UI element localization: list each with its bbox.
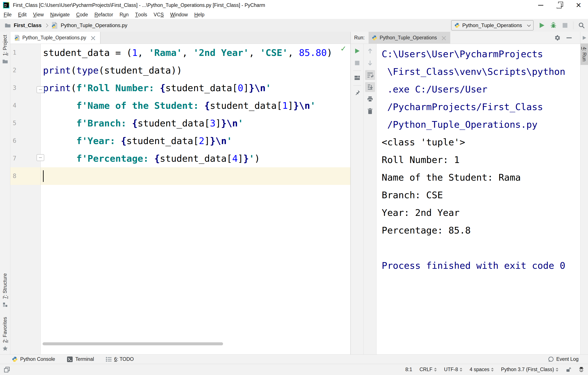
tool-window-button-project[interactable]: 1: Project xyxy=(2,35,8,64)
spinner-arrows-icon xyxy=(491,368,494,372)
tool-window-label: 2: Favorites xyxy=(2,317,8,343)
line-number[interactable]: 6 xyxy=(10,132,16,150)
run-configuration-name: Python_Tuple_Operations xyxy=(462,22,522,28)
line-number[interactable]: 7 xyxy=(10,150,16,167)
console-output[interactable]: C:\Users\User\PycharmProjects \First_Cla… xyxy=(377,44,580,354)
run-console-tab[interactable]: Python_Tuple_Operations × xyxy=(368,32,451,44)
tool-window-switcher-icon[interactable] xyxy=(4,367,10,373)
restore-button[interactable] xyxy=(550,0,569,10)
console-line: \First_Class\venv\Scripts\python xyxy=(382,63,580,80)
settings-gear-icon[interactable] xyxy=(555,35,560,41)
scroll-to-end-button[interactable] xyxy=(365,82,375,92)
write-access-lock-icon[interactable] xyxy=(566,367,571,372)
console-line: Year: 2nd Year xyxy=(382,204,580,222)
tool-window-button-todo[interactable]: 6: TODO xyxy=(106,356,134,362)
line-separator-widget[interactable]: CRLF xyxy=(420,367,437,372)
indent-style-widget[interactable]: 4 spaces xyxy=(470,367,494,372)
line-number[interactable]: 5 xyxy=(10,114,16,132)
soft-wrap-button[interactable] xyxy=(365,70,375,80)
run-tool-window: Run: Python_Tuple_Operations × xyxy=(351,32,580,354)
caret-position-widget[interactable]: 8:1 xyxy=(405,367,412,372)
restore-layout-button[interactable] xyxy=(352,73,362,83)
inspection-ok-icon[interactable]: ✓ xyxy=(340,44,347,53)
code-line[interactable]: f'Name of the Student: {student_data[1]}… xyxy=(43,97,350,114)
file-encoding: UTF-8 xyxy=(444,367,458,372)
line-number[interactable]: 2 xyxy=(10,62,16,79)
menu-run[interactable]: Run xyxy=(116,10,132,19)
line-number[interactable]: 3 xyxy=(10,79,16,97)
tool-window-button-run[interactable]: 4: Run xyxy=(580,43,588,65)
clear-console-button[interactable] xyxy=(365,106,375,116)
indent-style: 4 spaces xyxy=(470,367,489,372)
tool-window-button-terminal[interactable]: Terminal xyxy=(67,356,94,362)
menu-navigate[interactable]: Navigate xyxy=(47,10,73,19)
rerun-button[interactable] xyxy=(352,46,362,56)
menu-vcs[interactable]: VCS xyxy=(150,10,167,19)
inspections-profile-icon[interactable] xyxy=(578,367,584,372)
code-line[interactable]: f'Year: {student_data[2]}\n' xyxy=(43,132,350,150)
code-editor[interactable]: 12345678 student_data = (1, 'Rama', '2nd… xyxy=(10,44,350,354)
down-stack-trace-button[interactable] xyxy=(365,58,375,68)
code-line[interactable]: f'Percentage: {student_data[4]}') xyxy=(43,150,350,167)
menu-help[interactable]: Help xyxy=(191,10,208,19)
tab-close-icon[interactable]: × xyxy=(441,35,447,41)
line-number[interactable]: 1 xyxy=(10,44,16,62)
breadcrumb-file[interactable]: Python_Tuple_Operations.py xyxy=(61,22,127,28)
toolbar-separator xyxy=(573,21,573,29)
file-encoding-widget[interactable]: UTF-8 xyxy=(444,367,462,372)
search-everywhere-button[interactable] xyxy=(578,22,585,29)
menu-refactor[interactable]: Refactor xyxy=(91,10,116,19)
code-line[interactable]: print(type(student_data)) xyxy=(43,62,350,79)
main-area: 1: Project 7: Structure2: Favorites Pyth… xyxy=(0,32,588,354)
fold-marker-line-7[interactable] xyxy=(37,154,44,161)
tool-window-label: 1: Project xyxy=(2,35,8,56)
breadcrumb-project[interactable]: First_Class xyxy=(14,22,42,28)
menu-window[interactable]: Window xyxy=(167,10,191,19)
tool-window-button-structure[interactable]: 7: Structure xyxy=(2,273,8,308)
stop-button[interactable] xyxy=(562,22,568,29)
close-button[interactable]: × xyxy=(569,0,588,10)
code-line[interactable]: student_data = (1, 'Rama', '2nd Year', '… xyxy=(43,44,350,62)
tool-window-label: 7: Structure xyxy=(2,273,8,299)
caret-position: 8:1 xyxy=(405,367,412,372)
python-interpreter-widget[interactable]: Python 3.7 (First_Class) xyxy=(501,367,558,372)
pin-tab-button[interactable] xyxy=(352,88,362,98)
line-number[interactable]: 8 xyxy=(10,167,16,185)
fold-marker-line-3[interactable] xyxy=(37,86,44,93)
arrow-down-icon xyxy=(367,60,373,66)
minimize-button[interactable] xyxy=(531,0,550,10)
tool-window-button-favorites[interactable]: 2: Favorites xyxy=(2,317,8,351)
menu-edit[interactable]: Edit xyxy=(15,10,30,19)
python-interpreter: Python 3.7 (First_Class) xyxy=(501,367,554,372)
console-line: /Python_Tuple_Operations.py xyxy=(382,116,580,133)
editor-tab-label: Python_Tuple_Operations.py xyxy=(22,35,86,41)
menu-code[interactable]: Code xyxy=(73,10,91,19)
debug-button[interactable] xyxy=(550,22,557,29)
menu-tools[interactable]: Tools xyxy=(132,10,150,19)
menu-file[interactable]: File xyxy=(0,10,15,19)
tab-close-icon[interactable]: × xyxy=(90,35,96,41)
run-configuration-select[interactable]: Python_Tuple_Operations xyxy=(451,20,534,31)
hide-panel-icon[interactable] xyxy=(567,37,572,38)
menu-view[interactable]: View xyxy=(30,10,47,19)
code-line[interactable] xyxy=(43,167,350,185)
editor-tab[interactable]: Python_Tuple_Operations.py × xyxy=(10,32,101,44)
horizontal-scrollbar[interactable] xyxy=(42,342,223,345)
python-icon xyxy=(454,23,460,28)
tool-window-button-pythonconsole[interactable]: Python Console xyxy=(12,356,55,362)
console-line: Roll Number: 1 xyxy=(382,151,580,169)
line-number[interactable]: 4 xyxy=(10,97,16,114)
tool-window-label: Python Console xyxy=(20,356,55,362)
editor-tab-bar: Python_Tuple_Operations.py × xyxy=(10,32,350,44)
console-line xyxy=(382,239,580,257)
console-controls-column xyxy=(364,44,377,354)
code-line[interactable]: print(f'Roll Number: {student_data[0]}\n… xyxy=(43,79,350,97)
window-controls: × xyxy=(531,0,588,10)
up-stack-trace-button[interactable] xyxy=(365,46,375,56)
code-text[interactable]: student_data = (1, 'Rama', '2nd Year', '… xyxy=(40,44,350,185)
tool-window-button-event-log[interactable]: Event Log xyxy=(548,356,578,362)
stop-process-button[interactable] xyxy=(352,58,362,68)
run-button[interactable] xyxy=(538,22,545,29)
code-line[interactable]: f'Branch: {student_data[3]}\n' xyxy=(43,114,350,132)
print-button[interactable] xyxy=(365,94,375,104)
